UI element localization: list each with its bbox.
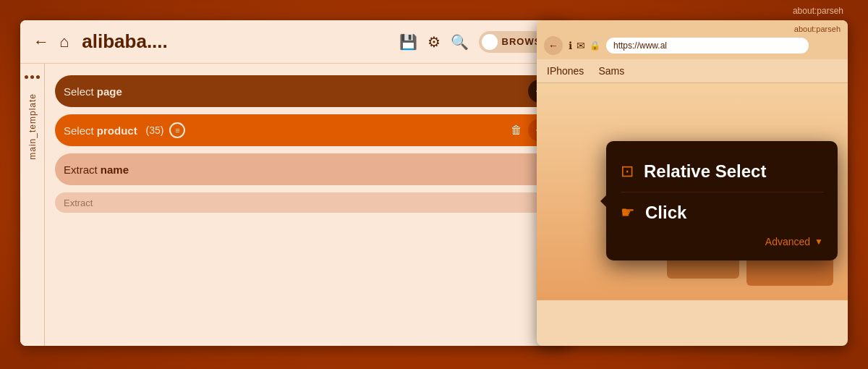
sidebar-dots bbox=[25, 75, 40, 79]
app-title: alibaba.... bbox=[82, 30, 388, 53]
select-product-count: (35) bbox=[143, 124, 164, 136]
advanced-label: Advanced bbox=[765, 236, 810, 247]
product-list-icon[interactable]: ≡ bbox=[169, 122, 185, 138]
browser-lock-icon: 🔒 bbox=[590, 41, 600, 51]
popup-divider bbox=[621, 192, 823, 192]
sidebar: main_template bbox=[20, 64, 45, 346]
browser-url-bar[interactable]: https://www.al bbox=[606, 38, 809, 54]
browser-bookmark-icon: ✉ bbox=[576, 40, 585, 51]
dot-2 bbox=[30, 75, 34, 79]
home-icon[interactable]: ⌂ bbox=[59, 33, 69, 51]
browser-tabs: IPhones Sams bbox=[537, 59, 848, 83]
corner-address-text: about:parseh bbox=[793, 6, 843, 16]
browser-info-icon: ℹ bbox=[569, 40, 572, 51]
select-product-row: Select product (35) ≡ 🗑 + bbox=[55, 114, 560, 146]
popup-relative-select-item[interactable]: ⊡ Relative Select bbox=[621, 154, 823, 189]
advanced-arrow-icon: ▼ bbox=[814, 237, 823, 247]
main-panel: Select page + Select product (35) ≡ 🗑 + bbox=[45, 64, 570, 346]
toggle-circle bbox=[482, 34, 498, 50]
sidebar-template-label: main_template bbox=[27, 93, 38, 160]
extract-other-label: Extract bbox=[64, 198, 93, 208]
browser-tab-sams[interactable]: Sams bbox=[598, 65, 624, 77]
click-label: Click bbox=[645, 203, 686, 223]
relative-select-icon: ⊡ bbox=[621, 162, 634, 181]
app-window: ← ⌂ alibaba.... 💾 ⚙ 🔍 BROWSE main_templa… bbox=[20, 20, 570, 346]
search-icon[interactable]: 🔍 bbox=[451, 33, 469, 51]
extract-other-row: Extract bbox=[55, 192, 560, 213]
save-icon[interactable]: 💾 bbox=[399, 33, 417, 51]
select-product-label: Select product bbox=[64, 124, 137, 137]
content-area: main_template Select page + Select produ… bbox=[20, 64, 570, 346]
toolbar: ← ⌂ alibaba.... 💾 ⚙ 🔍 BROWSE bbox=[20, 20, 570, 64]
browser-address-right: about:parseh bbox=[544, 25, 841, 36]
popup-advanced[interactable]: Advanced ▼ bbox=[621, 230, 823, 250]
back-icon[interactable]: ← bbox=[33, 33, 49, 51]
extract-name-label: Extract name bbox=[64, 164, 129, 176]
browser-url-text: https://www.al bbox=[613, 41, 667, 51]
relative-select-label: Relative Select bbox=[644, 161, 766, 182]
product-trash-icon[interactable]: 🗑 bbox=[511, 124, 522, 137]
browser-tab-iphones[interactable]: IPhones bbox=[547, 65, 584, 77]
dot-1 bbox=[25, 75, 28, 79]
popup-menu: ⊡ Relative Select ☛ Click Advanced ▼ bbox=[606, 141, 838, 260]
popup-click-item[interactable]: ☛ Click bbox=[621, 195, 823, 230]
dot-3 bbox=[36, 75, 40, 79]
browser-back-button[interactable]: ← bbox=[544, 36, 563, 55]
click-icon: ☛ bbox=[621, 203, 635, 222]
select-page-row: Select page + bbox=[55, 75, 560, 107]
extract-name-row: Extract name bbox=[55, 153, 560, 185]
settings-icon[interactable]: ⚙ bbox=[427, 33, 441, 51]
select-page-label: Select page bbox=[64, 85, 122, 98]
